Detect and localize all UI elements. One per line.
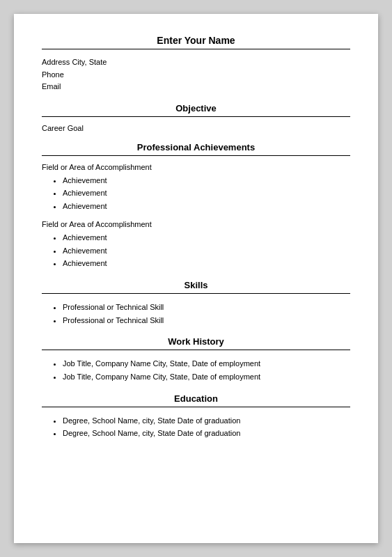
contact-phone: Phone — [42, 69, 350, 81]
list-item: Achievement — [63, 244, 350, 258]
education-list: Degree, School Name, city, State Date of… — [42, 414, 350, 440]
objective-title: Objective — [42, 103, 350, 113]
list-item: Job Title, Company Name City, State, Dat… — [63, 357, 350, 370]
accomplishment-label-2: Field or Area of Accomplishment — [42, 220, 350, 228]
contact-address: Address City, State — [42, 56, 350, 69]
resume-page: Enter Your Name Address City, State Phon… — [14, 14, 378, 543]
list-item: Degree, School Name, city, State Date of… — [63, 427, 350, 440]
work-history-divider — [42, 350, 350, 350]
skills-section: Skills Professional or Technical Skill P… — [42, 280, 350, 327]
accomplishment-label-1: Field or Area of Accomplishment — [42, 163, 350, 171]
accomplishment-group-1: Field or Area of Accomplishment Achievem… — [42, 163, 350, 213]
education-section: Education Degree, School Name, city, Sta… — [42, 393, 350, 440]
list-item: Degree, School Name, city, State Date of… — [63, 414, 350, 427]
achievements-divider — [42, 155, 350, 156]
list-item: Achievement — [63, 200, 350, 213]
skills-divider — [42, 293, 350, 294]
list-item: Professional or Technical Skill — [63, 314, 350, 327]
list-item: Achievement — [63, 187, 350, 200]
accomplishment-list-1: Achievement Achievement Achievement — [42, 174, 350, 213]
accomplishment-list-2: Achievement Achievement Achievement — [42, 231, 350, 270]
objective-divider — [42, 116, 350, 117]
objective-section: Objective Career Goal — [42, 103, 350, 132]
achievements-section: Professional Achievements Field or Area … — [42, 142, 350, 270]
list-item: Job Title, Company Name City, State, Dat… — [63, 370, 350, 384]
work-history-list: Job Title, Company Name City, State, Dat… — [42, 357, 350, 383]
resume-name: Enter Your Name — [42, 35, 350, 46]
list-item: Professional or Technical Skill — [63, 301, 350, 314]
work-history-title: Work History — [42, 336, 350, 347]
achievements-title: Professional Achievements — [42, 142, 350, 152]
name-section: Enter Your Name — [42, 35, 350, 49]
objective-content: Career Goal — [42, 124, 350, 132]
education-divider — [42, 407, 350, 407]
contact-section: Address City, State Phone Email — [42, 56, 350, 93]
skills-list: Professional or Technical Skill Professi… — [42, 301, 350, 327]
list-item: Achievement — [63, 231, 350, 244]
contact-email: Email — [42, 81, 350, 93]
skills-title: Skills — [42, 280, 350, 290]
work-history-section: Work History Job Title, Company Name Cit… — [42, 336, 350, 383]
education-title: Education — [42, 393, 350, 404]
name-divider — [42, 49, 350, 49]
accomplishment-group-2: Field or Area of Accomplishment Achievem… — [42, 220, 350, 270]
list-item: Achievement — [63, 257, 350, 270]
list-item: Achievement — [63, 174, 350, 187]
